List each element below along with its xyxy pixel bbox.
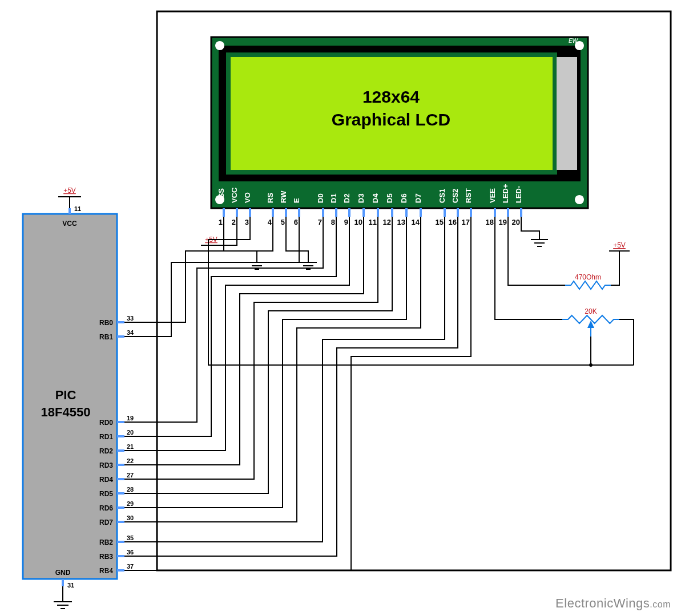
lcd-pin-D0: D0 bbox=[316, 193, 325, 203]
lcd-pin-D1: D1 bbox=[329, 193, 338, 203]
svg-text:20K: 20K bbox=[585, 307, 597, 315]
mcu-pinnum-RB0: 33 bbox=[127, 315, 134, 322]
lcd-ew-badge: EW bbox=[569, 38, 579, 44]
lcd-pin-D7: D7 bbox=[414, 193, 422, 203]
lcd-pinnum-7: 7 bbox=[318, 218, 322, 226]
mcu-pin-RB3: RB3 bbox=[99, 553, 113, 561]
lcd-pinnum-17: 17 bbox=[462, 218, 470, 226]
lcd-pin-E: E bbox=[292, 198, 301, 203]
lcd-pin-LED-: LED- bbox=[514, 186, 523, 203]
mcu-pinnum-RD1: 20 bbox=[127, 429, 134, 436]
lcd-pinnum-16: 16 bbox=[449, 218, 457, 226]
lcd-pin-D6: D6 bbox=[400, 193, 408, 203]
lcd-block: 128x64 Graphical LCD EW VSS1VCC2VO3RS4RW… bbox=[157, 11, 671, 570]
lcd-pin-LED+: LED+ bbox=[501, 184, 510, 203]
mcu-pinnum-RB1: 34 bbox=[127, 329, 134, 336]
mcu-pin-RD1: RD1 bbox=[99, 433, 113, 441]
mcu-pinnum-RD3: 22 bbox=[127, 457, 134, 464]
mcu-pinnum-RD7: 30 bbox=[127, 514, 134, 521]
mcu-pinnum-RD6: 29 bbox=[127, 500, 134, 507]
mcu-vcc-pin: 11 bbox=[74, 205, 81, 212]
lcd-pinnum-13: 13 bbox=[397, 218, 405, 226]
lcd-pinnum-14: 14 bbox=[412, 218, 420, 226]
mcu-pin-RD5: RD5 bbox=[99, 490, 113, 498]
lcd-pinnum-10: 10 bbox=[354, 218, 362, 226]
mcu-pin-RB2: RB2 bbox=[99, 538, 113, 546]
mcu-pinnum-RB3: 36 bbox=[127, 549, 134, 556]
schematic-canvas: PIC 18F4550 VCC 11 +5V EW GND 31 RB033RB… bbox=[0, 0, 685, 616]
svg-rect-27 bbox=[557, 57, 577, 170]
lcd-pin-VSS: VSS bbox=[217, 188, 225, 203]
lcd-pin-RW: RW bbox=[279, 191, 288, 203]
lcd-pinnum-12: 12 bbox=[383, 218, 391, 226]
mcu-name-line2: 18F4550 bbox=[41, 405, 91, 419]
lcd-pinnum-3: 3 bbox=[245, 218, 249, 226]
mcu-pin-RD3: RD3 bbox=[99, 461, 113, 469]
lcd-pin-VO: VO bbox=[243, 192, 252, 203]
lcd-pin-VEE: VEE bbox=[488, 188, 497, 203]
mcu-pin-RB1: RB1 bbox=[99, 333, 113, 341]
lcd-pinnum-15: 15 bbox=[436, 218, 444, 226]
mcu-pin-RD2: RD2 bbox=[99, 447, 113, 455]
lcd-pinnum-9: 9 bbox=[344, 218, 348, 226]
svg-text:+5V: +5V bbox=[613, 241, 626, 249]
vcc-rail: +5V bbox=[201, 236, 221, 245]
ground-icon bbox=[531, 240, 548, 246]
lcd-pin-D5: D5 bbox=[385, 193, 394, 203]
vcc-rail: +5V bbox=[609, 241, 630, 251]
mcu-pinnum-RB4: 37 bbox=[127, 563, 134, 570]
mcu-pin-RB0: RB0 bbox=[99, 319, 113, 327]
svg-point-28 bbox=[215, 41, 224, 50]
lcd-pinnum-11: 11 bbox=[369, 218, 377, 226]
svg-point-31 bbox=[575, 195, 584, 204]
wiring bbox=[124, 217, 471, 570]
mcu-name-line1: PIC bbox=[55, 388, 76, 402]
mcu-pinnum-RD5: 28 bbox=[127, 486, 134, 493]
lcd-pinnum-4: 4 bbox=[268, 218, 272, 226]
mcu-pinnum-RD0: 19 bbox=[127, 415, 134, 422]
lcd-pin-D3: D3 bbox=[357, 193, 365, 203]
mcu-pin-RB4: RB4 bbox=[99, 567, 113, 575]
mcu-gnd-label: GND bbox=[55, 569, 71, 577]
lcd-pin-RST: RST bbox=[464, 188, 473, 203]
lcd-pin-D4: D4 bbox=[371, 193, 380, 203]
ground-icon bbox=[54, 602, 72, 609]
lcd-pin-VCC: VCC bbox=[230, 187, 239, 203]
mcu-vcc-label: VCC bbox=[62, 220, 77, 228]
lcd-title-line1: 128x64 bbox=[362, 87, 420, 106]
lcd-pinnum-5: 5 bbox=[281, 218, 285, 226]
lcd-pinnum-6: 6 bbox=[294, 218, 298, 226]
mcu-pinnum-RB2: 35 bbox=[127, 534, 134, 541]
lcd-pinnum-1: 1 bbox=[219, 218, 223, 226]
footer-text: ElectronicWings.com bbox=[555, 596, 671, 610]
lcd-pin-D2: D2 bbox=[342, 193, 351, 203]
mcu-gnd-pin: 31 bbox=[67, 582, 74, 589]
mcu-pinnum-RD4: 27 bbox=[127, 472, 134, 479]
lcd-title-line2: Graphical LCD bbox=[332, 110, 450, 129]
svg-text:470Ohm: 470Ohm bbox=[575, 273, 601, 281]
mcu-pinnum-RD2: 21 bbox=[127, 443, 134, 450]
lcd-pinnum-18: 18 bbox=[486, 218, 494, 226]
mcu-block: PIC 18F4550 VCC 11 +5V EW GND 31 RB033RB… bbox=[23, 187, 134, 609]
lcd-pinnum-20: 20 bbox=[512, 218, 520, 226]
lcd-pinnum-2: 2 bbox=[232, 218, 236, 226]
lcd-pin-CS1: CS1 bbox=[438, 189, 446, 203]
lcd-pin-CS2: CS2 bbox=[451, 189, 460, 203]
lcd-pin-RS: RS bbox=[266, 193, 275, 203]
resistor-470Ohm: 470Ohm bbox=[565, 273, 611, 289]
lcd-pinnum-19: 19 bbox=[499, 218, 507, 226]
mcu-pin-RD6: RD6 bbox=[99, 504, 113, 512]
mcu-vcc-rail: +5V bbox=[63, 187, 76, 194]
lcd-pinnum-8: 8 bbox=[331, 218, 335, 226]
mcu-pin-RD4: RD4 bbox=[99, 476, 113, 484]
svg-point-69 bbox=[589, 363, 593, 367]
mcu-pin-RD0: RD0 bbox=[99, 419, 113, 427]
mcu-pin-RD7: RD7 bbox=[99, 518, 113, 526]
